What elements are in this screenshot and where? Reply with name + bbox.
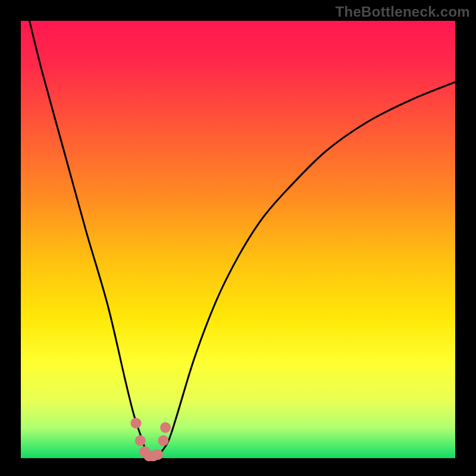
gradient-background	[21, 21, 455, 458]
highlight-dot	[130, 418, 141, 428]
bottleneck-chart	[0, 0, 476, 476]
watermark-text: TheBottleneck.com	[336, 4, 470, 20]
highlight-dot	[135, 436, 146, 446]
highlight-dot	[160, 422, 171, 433]
highlight-dot	[152, 449, 163, 460]
chart-frame: TheBottleneck.com	[0, 0, 476, 476]
highlight-dot	[158, 436, 168, 446]
